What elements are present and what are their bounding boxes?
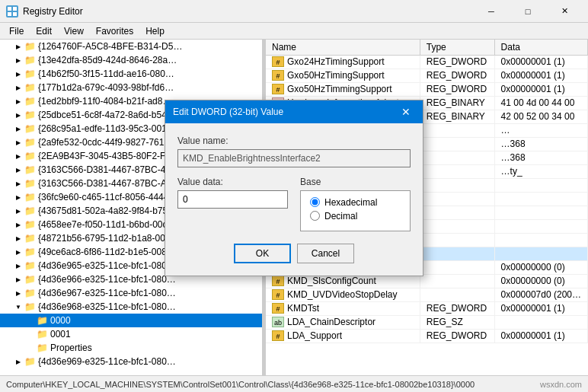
menu-item-edit[interactable]: Edit [30, 24, 58, 38]
menu-item-help[interactable]: Help [139, 24, 171, 38]
tree-folder-icon: 📁 [24, 151, 37, 161]
col-type: Type [420, 40, 494, 55]
tree-folder-icon: 📁 [24, 110, 37, 120]
tree-arrow-icon[interactable]: ▶ [12, 263, 24, 269]
tree-item[interactable]: ▶📁{1264760F-A5C8-4BFE-B314-D5… [0, 40, 262, 53]
reg-data-cell: 0x00000000 (0) [494, 260, 587, 274]
tree-item[interactable]: ▶📁{4d36e967-e325-11ce-bfc1-080… [0, 286, 262, 300]
tree-arrow-icon[interactable]: ▶ [12, 221, 24, 228]
tree-arrow-icon[interactable]: ▶ [12, 180, 24, 187]
value-data-input[interactable] [177, 190, 288, 209]
tree-item-label: {4d36e966-e325-11ce-bfc1-080… [38, 274, 176, 285]
menu-item-view[interactable]: View [58, 24, 90, 38]
reg-type-cell: REG_DWORD [420, 301, 494, 315]
tree-item[interactable]: 📁0000 [0, 314, 262, 327]
tree-item-label: {2EA9B43F-3045-43B5-80F2-FD… [38, 151, 181, 161]
reg-data-cell: 0x00000001 (1) [494, 301, 587, 315]
tree-arrow-icon[interactable]: ▶ [12, 112, 24, 119]
reg-type-icon: # [272, 84, 284, 94]
watermark: wsxdn.com [540, 380, 582, 389]
tree-arrow-icon[interactable]: ▶ [12, 208, 24, 215]
reg-data-cell: …368 [494, 151, 587, 164]
registry-row[interactable]: #LDA_SupportREG_DWORD0x00000001 (1) [266, 329, 588, 343]
tree-folder-icon: 📁 [24, 137, 37, 148]
reg-type-icon: # [272, 330, 284, 341]
ok-button[interactable]: OK [234, 244, 291, 263]
tree-arrow-icon[interactable]: ▶ [12, 276, 24, 283]
reg-name-cell: #KMDTst [266, 301, 420, 315]
menu-item-file[interactable]: File [3, 24, 30, 38]
reg-type-cell [420, 247, 494, 260]
tree-item-label: {1264760F-A5C8-4BFE-B314-D5… [38, 41, 182, 52]
tree-arrow-icon[interactable]: ▶ [12, 249, 24, 256]
dialog-title-bar: Edit DWORD (32-bit) Value ✕ [165, 100, 423, 123]
reg-name: KMDTst [287, 303, 319, 314]
reg-name: Gxo50HzTimingSupport [287, 70, 385, 81]
reg-data-cell [494, 178, 587, 192]
tree-item-label: {14b62f50-3f15-11dd-ae16-080… [38, 69, 174, 79]
tree-arrow-icon[interactable]: ▶ [12, 139, 24, 146]
tree-item[interactable]: ▶📁{14b62f50-3f15-11dd-ae16-080… [0, 67, 262, 81]
tree-item-label: {36fc9e60-c465-11cf-8056-4444… [38, 192, 177, 202]
reg-data-cell: …ty_ [494, 164, 587, 178]
tree-arrow-icon[interactable]: ▶ [12, 194, 24, 201]
tree-arrow-icon[interactable]: ▶ [12, 167, 24, 174]
reg-type-cell [420, 123, 494, 137]
tree-arrow-icon[interactable]: ▶ [12, 126, 24, 132]
reg-type-cell [420, 151, 494, 164]
base-section: Base Hexadecimal Decimal [300, 177, 411, 231]
tree-folder-icon: 📁 [24, 55, 37, 65]
registry-row[interactable]: #Gxo50HzTimmingSupportREG_DWORD0x0000000… [266, 82, 588, 96]
registry-row[interactable]: #KMDTstREG_DWORD0x00000001 (1) [266, 301, 588, 315]
tree-arrow-icon[interactable]: ▶ [12, 71, 24, 78]
tree-arrow-icon[interactable]: ▶ [12, 290, 24, 297]
tree-arrow-icon[interactable]: ▶ [12, 359, 24, 365]
reg-data-cell: 42 00 52 00 34 00 [494, 110, 587, 123]
hex-radio-option[interactable]: Hexadecimal [310, 197, 401, 208]
tree-item-label: {268c95a1-edfe-11d3-95c3-001… [38, 123, 176, 134]
dec-radio-option[interactable]: Decimal [310, 211, 401, 221]
close-button[interactable]: ✕ [547, 0, 582, 23]
tree-arrow-icon[interactable]: ▶ [12, 43, 24, 50]
svg-rect-0 [8, 7, 11, 11]
tree-arrow-icon[interactable]: ▼ [12, 304, 24, 311]
reg-type-cell: REG_DWORD [420, 82, 494, 96]
tree-item[interactable]: ▶📁{13e42dfa-85d9-424d-8646-28a… [0, 53, 262, 67]
registry-row[interactable]: #KMD_SlsConfigCount0x00000000 (0) [266, 274, 588, 288]
reg-data-cell: 0x00000001 (1) [494, 82, 587, 96]
dialog-buttons: OK Cancel [177, 244, 411, 263]
tree-arrow-icon[interactable]: ▶ [12, 235, 24, 242]
registry-row[interactable]: #Gxo24HzTimingSupportREG_DWORD0x00000001… [266, 55, 588, 69]
tree-item-label: {48721b56-6795-11d2-b1a8-008… [38, 233, 180, 244]
tree-item[interactable]: ▶📁{4d36e969-e325-11ce-bfc1-080… [0, 355, 262, 368]
dialog-title: Edit DWORD (32-bit) Value [173, 107, 283, 117]
reg-data-cell: 41 00 4d 00 44 00 [494, 96, 587, 110]
tree-item[interactable]: ▶📁{177b1d2a-679c-4093-98bf-fd6… [0, 81, 262, 94]
value-name-input[interactable] [177, 149, 411, 167]
tree-arrow-icon[interactable]: ▶ [12, 153, 24, 160]
reg-type-cell: REG_DWORD [420, 329, 494, 343]
tree-folder-icon: 📁 [24, 123, 37, 134]
dec-radio[interactable] [310, 211, 320, 221]
maximize-button[interactable]: □ [510, 0, 545, 23]
tree-item-label: {4658ee7e-f050-11d1-b6bd-00c… [38, 219, 176, 230]
tree-item[interactable]: ▼📁{4d36e968-e325-11ce-bfc1-080… [0, 300, 262, 314]
minimize-button[interactable]: ─ [474, 0, 509, 23]
registry-row[interactable]: #Gxo50HzTimingSupportREG_DWORD0x00000001… [266, 69, 588, 82]
tree-arrow-icon[interactable]: ▶ [12, 57, 24, 64]
cancel-button[interactable]: Cancel [297, 244, 354, 263]
tree-arrow-icon[interactable]: ▶ [12, 98, 24, 105]
tree-item-label: {177b1d2a-679c-4093-98bf-fd6… [38, 82, 174, 93]
tree-item[interactable]: 📁Properties [0, 341, 262, 355]
tree-item[interactable]: 📁0001 [0, 327, 262, 341]
dialog-close-button[interactable]: ✕ [397, 100, 415, 123]
registry-row[interactable]: abLDA_ChainDescriptorREG_SZ [266, 315, 588, 329]
hex-radio[interactable] [310, 197, 320, 207]
reg-type-cell [420, 206, 494, 219]
tree-arrow-icon[interactable]: ▶ [12, 84, 24, 91]
reg-type-cell [420, 260, 494, 274]
tree-folder-icon: 📁 [24, 206, 37, 216]
tree-item-label: {2a9fe532-0cdc-44f9-9827-761S… [38, 137, 179, 148]
menu-item-favorites[interactable]: Favorites [90, 24, 139, 38]
registry-row[interactable]: #KMD_UVDVideoStopDelay0x000007d0 (200… [266, 288, 588, 301]
